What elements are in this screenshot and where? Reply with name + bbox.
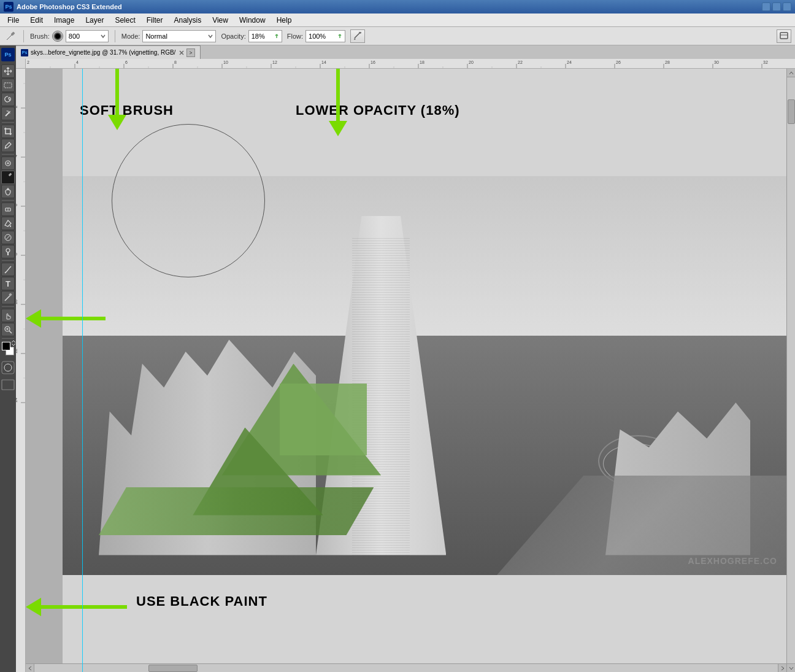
scroll-up-icon (789, 71, 794, 75)
brush-size-dropdown[interactable]: 800 (66, 30, 109, 42)
scrollbar-up-button[interactable] (787, 69, 795, 77)
scrollbar-right-button[interactable] (778, 664, 786, 672)
brush-tool-button[interactable] (1, 171, 15, 184)
menu-image[interactable]: Image (49, 15, 79, 26)
flow-arrow (337, 34, 342, 39)
screen-mode-button[interactable] (1, 378, 15, 393)
scroll-down-icon (789, 666, 794, 671)
green-area-3 (280, 384, 367, 455)
opacity-input[interactable]: 18% (248, 30, 282, 42)
svg-marker-94 (26, 309, 41, 328)
flow-input[interactable]: 100% (305, 30, 345, 42)
svg-rect-22 (2, 380, 14, 390)
crop-tool-button[interactable] (1, 125, 15, 138)
hand-tool-button[interactable] (1, 309, 15, 322)
foreground-color-swatch[interactable] (2, 342, 10, 350)
crop-tool-icon (4, 127, 12, 136)
scrollbar-right[interactable] (786, 69, 795, 672)
lasso-tool-button[interactable] (1, 93, 15, 106)
marquee-tool-icon (4, 81, 12, 90)
menu-edit[interactable]: Edit (25, 15, 48, 26)
menu-layer[interactable]: Layer (80, 15, 109, 26)
menu-view[interactable]: View (207, 15, 233, 26)
magic-wand-icon (4, 109, 12, 118)
scrollbar-thumb[interactable] (788, 99, 795, 124)
svg-text:4: 4 (16, 155, 18, 157)
svg-text:14: 14 (321, 60, 326, 64)
menu-analysis[interactable]: Analysis (169, 15, 206, 26)
scrollbar-left-button[interactable] (26, 664, 34, 672)
clone-stamp-icon (4, 187, 12, 196)
pen-tool-button[interactable] (1, 263, 15, 276)
svg-text:2: 2 (27, 60, 29, 64)
eyedropper-icon (4, 141, 12, 150)
quick-mask-button[interactable] (1, 361, 15, 376)
line-tool-button[interactable] (1, 291, 15, 304)
use-black-paint-label: USE BLACK PAINT (136, 593, 267, 609)
opacity-value: 18% (252, 33, 265, 40)
ruler-corner (16, 59, 26, 69)
mode-dropdown-arrow (208, 34, 213, 39)
main-area: Ps (0, 45, 795, 672)
document-tab[interactable]: Ps skys...before_vignette.jpg @ 31.7% (v… (16, 45, 201, 59)
title-bar: Ps Adobe Photoshop CS3 Extended (0, 0, 795, 14)
ruler-top-svg: 2 4 6 8 10 12 14 16 18 (26, 59, 795, 69)
screen-mode-icon (1, 378, 15, 392)
svg-rect-90 (115, 69, 119, 115)
canvas-area: SOFT BRUSH LOWER OPACITY (18%) (26, 69, 795, 672)
move-tool-button[interactable] (1, 64, 15, 78)
brush-label: Brush: (30, 33, 50, 40)
svg-rect-8 (9, 173, 12, 176)
svg-line-17 (9, 331, 12, 333)
svg-text:8: 8 (16, 253, 18, 255)
close-button[interactable] (783, 2, 791, 11)
mode-group: Mode: Normal (121, 30, 217, 42)
mode-label: Mode: (121, 33, 140, 40)
paint-bucket-button[interactable] (1, 217, 15, 230)
menu-select[interactable]: Select (110, 15, 140, 26)
healing-brush-button[interactable] (1, 156, 15, 170)
color-swatches (1, 342, 15, 355)
tabs-scroll-right[interactable] (186, 48, 195, 57)
scrollbar-down-button[interactable] (787, 663, 795, 672)
mode-value: Normal (145, 33, 167, 40)
svg-text:24: 24 (567, 60, 572, 64)
svg-text:22: 22 (518, 60, 523, 64)
zoom-tool-button[interactable] (1, 323, 15, 336)
guide-vertical (82, 69, 83, 672)
blur-button[interactable] (1, 231, 15, 244)
green-road (99, 487, 374, 535)
lasso-tool-icon (4, 95, 12, 104)
scrollbar-h-thumb[interactable] (148, 665, 198, 672)
toolbar-separator-1 (2, 122, 14, 123)
svg-text:14: 14 (16, 398, 18, 403)
menu-window[interactable]: Window (234, 15, 271, 26)
dodge-button[interactable] (1, 245, 15, 258)
menu-file[interactable]: File (2, 15, 24, 26)
document-area: Ps skys...before_vignette.jpg @ 31.7% (v… (16, 45, 795, 672)
mode-dropdown[interactable]: Normal (142, 30, 216, 42)
eyedropper-button[interactable] (1, 139, 15, 152)
clone-stamp-button[interactable] (1, 185, 15, 198)
marquee-tool-button[interactable] (1, 79, 15, 92)
svg-rect-95 (41, 317, 106, 320)
ps-logo-button[interactable]: Ps (1, 48, 15, 61)
menu-help[interactable]: Help (272, 15, 297, 26)
svg-point-21 (4, 364, 12, 371)
brush-tool-icon (6, 31, 15, 41)
minimize-button[interactable] (762, 2, 770, 11)
type-tool-button[interactable]: T (1, 277, 15, 290)
doc-tab-close-icon[interactable] (179, 50, 184, 55)
opacity-arrow-svg (329, 69, 347, 136)
magic-wand-button[interactable] (1, 107, 15, 120)
scrollbar-bottom[interactable] (26, 663, 786, 672)
scroll-left-icon (28, 666, 33, 671)
options-right-icon[interactable] (777, 29, 791, 43)
eraser-button[interactable] (1, 203, 15, 216)
title-text: Adobe Photoshop CS3 Extended (17, 3, 122, 10)
menu-filter[interactable]: Filter (142, 15, 168, 26)
ruler-top: 2 4 6 8 10 12 14 16 18 (26, 59, 795, 69)
maximize-button[interactable] (772, 2, 781, 11)
blur-icon (4, 233, 12, 242)
airbrush-toggle[interactable] (350, 29, 365, 43)
